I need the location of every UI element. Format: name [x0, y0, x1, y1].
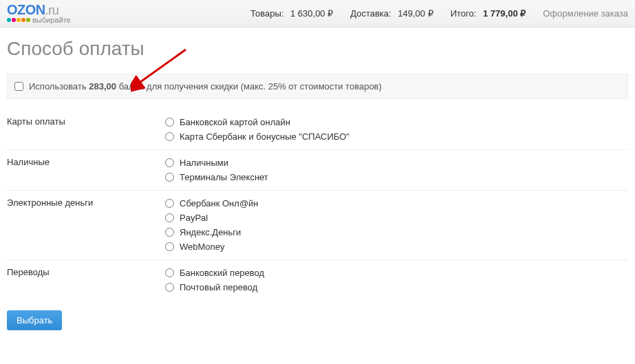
payment-option-label: Почтовый перевод	[180, 282, 257, 292]
payment-option-label: WebMoney	[180, 242, 225, 252]
payment-option-label: Терминалы Элекснет	[180, 172, 268, 182]
payment-option-label: Яндекс.Деньги	[180, 227, 241, 237]
payment-radio[interactable]	[165, 158, 174, 167]
payment-radio[interactable]	[165, 118, 174, 127]
logo[interactable]: OZON.ru выбирайте	[7, 2, 71, 24]
use-points-checkbox[interactable]	[14, 82, 23, 91]
payment-option[interactable]: Банковский перевод	[165, 266, 628, 280]
logo-dot-icon	[21, 18, 25, 22]
section-options: Сбербанк Онл@йн PayPal Яндекс.Деньги Web…	[165, 196, 628, 254]
payment-option-label: Карта Сбербанк и бонусные "СПАСИБО"	[180, 131, 349, 142]
header-order-summary: Товары: 1 630,00 ₽ Доставка: 149,00 ₽ Ит…	[85, 8, 628, 19]
header: OZON.ru выбирайте Товары: 1 630,00 ₽ Дос…	[0, 0, 635, 28]
payment-radio[interactable]	[165, 283, 174, 292]
payment-option[interactable]: Банковской картой онлайн	[165, 115, 628, 129]
page-title: Способ оплаты	[7, 38, 628, 60]
payment-option[interactable]: Наличными	[165, 156, 628, 170]
payment-option-label: Банковской картой онлайн	[180, 117, 290, 127]
use-points-box: Использовать 283,00 балла для получения …	[7, 74, 628, 99]
logo-dot-icon	[26, 18, 30, 22]
use-points-label: Использовать 283,00 балла для получения …	[29, 81, 382, 92]
payment-option[interactable]: PayPal	[165, 211, 628, 225]
payment-radio[interactable]	[165, 213, 174, 222]
payment-section-cash: Наличные Наличными Терминалы Элекснет	[7, 150, 628, 191]
payment-radio[interactable]	[165, 268, 174, 277]
goods-total: Товары: 1 630,00 ₽	[250, 8, 333, 19]
payment-option[interactable]: WebMoney	[165, 239, 628, 254]
payment-option[interactable]: Карта Сбербанк и бонусные "СПАСИБО"	[165, 129, 628, 144]
logo-dot-icon	[7, 18, 11, 22]
payment-section-transfers: Переводы Банковский перевод Почтовый пер…	[7, 260, 628, 300]
payment-radio[interactable]	[165, 242, 174, 251]
payment-option-label: Сбербанк Онл@йн	[180, 198, 259, 208]
payment-option[interactable]: Почтовый перевод	[165, 280, 628, 295]
payment-section-cards: Карты оплаты Банковской картой онлайн Ка…	[7, 109, 628, 150]
section-options: Банковский перевод Почтовый перевод	[165, 266, 628, 295]
logo-dot-icon	[12, 18, 16, 22]
grand-total: Итого: 1 779,00 ₽	[451, 8, 526, 19]
payment-option-label: Наличными	[180, 158, 228, 168]
payment-option[interactable]: Сбербанк Онл@йн	[165, 196, 628, 211]
section-label: Электронные деньги	[7, 196, 165, 254]
payment-radio[interactable]	[165, 132, 174, 141]
logo-dot-icon	[17, 18, 21, 22]
payment-section-emoney: Электронные деньги Сбербанк Онл@йн PayPa…	[7, 191, 628, 260]
payment-radio[interactable]	[165, 228, 174, 237]
payment-option[interactable]: Терминалы Элекснет	[165, 170, 628, 184]
payment-option-label: PayPal	[180, 213, 208, 223]
section-label: Переводы	[7, 266, 165, 295]
section-label: Наличные	[7, 156, 165, 184]
payment-radio[interactable]	[165, 173, 174, 182]
payment-option[interactable]: Яндекс.Деньги	[165, 225, 628, 239]
section-options: Банковской картой онлайн Карта Сбербанк …	[165, 115, 628, 144]
submit-button[interactable]: Выбрать	[7, 310, 62, 330]
checkout-step-label: Оформление заказа	[543, 8, 628, 19]
section-options: Наличными Терминалы Элекснет	[165, 156, 628, 184]
delivery-total: Доставка: 149,00 ₽	[350, 8, 433, 19]
section-label: Карты оплаты	[7, 115, 165, 144]
payment-option-label: Банковский перевод	[180, 268, 264, 278]
payment-radio[interactable]	[165, 199, 174, 208]
content: Способ оплаты Использовать 283,00 балла …	[0, 28, 635, 337]
